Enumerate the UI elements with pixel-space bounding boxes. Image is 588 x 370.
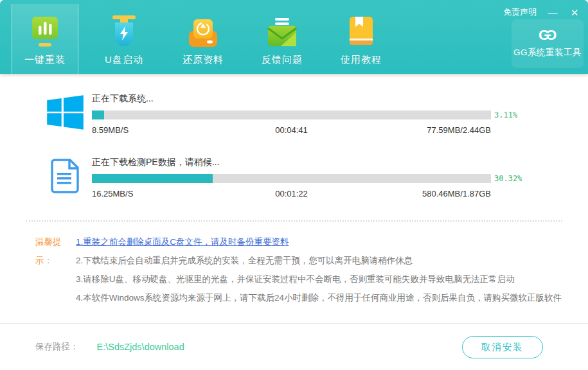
- download-size: 77.59MB/2.44GB: [358, 125, 491, 135]
- tip-item-auto-restart: 2.下载结束后会自动重启并完成系统的安装，全程无需干预，您可以离开电脑请稍作休息: [76, 251, 562, 270]
- save-path-value: E:\SdsZjds\download: [97, 342, 184, 352]
- close-button[interactable]: ✕: [569, 8, 580, 17]
- tab-one-key-reinstall[interactable]: 一键重装: [12, 4, 78, 74]
- tip-item-license: 4.本软件Windows系统资源均来源于网上，请下载后24小时删除，不得用于任何…: [76, 288, 562, 307]
- save-path-label: 保存路径：: [35, 341, 79, 353]
- mail-icon: [267, 10, 298, 48]
- document-icon: [47, 159, 84, 193]
- download-size: 580.46MB/1.87GB: [358, 189, 491, 198]
- download-section-system: 正在下载系统... 3.11% 8.59MB/S 00:04:41 77.59M…: [0, 93, 588, 135]
- windows-logo-icon: [47, 95, 84, 130]
- gg-logo-icon: GG: [539, 29, 557, 42]
- bar-chart-icon: [30, 10, 60, 48]
- titlebar-controls: 免责声明 — ✕: [503, 6, 580, 18]
- tab-feedback[interactable]: 反馈问题: [249, 4, 316, 74]
- header: 一键重装 U盘启动: [0, 0, 588, 74]
- tab-tutorial[interactable]: 使用教程: [328, 4, 395, 74]
- minimize-button[interactable]: —: [547, 8, 558, 17]
- tab-restore-data[interactable]: 还原资料: [170, 4, 236, 74]
- brand-panel: GG GG系统重装工具: [512, 19, 584, 68]
- tab-label: U盘启动: [105, 54, 143, 66]
- progress-percent: 30.32%: [494, 174, 530, 183]
- tip-item-backup-warning: 1.重装之前会删除桌面及C盘文件，请及时备份重要资料: [76, 233, 562, 251]
- tab-label: 使用教程: [341, 54, 382, 66]
- download-stats: 16.25MB/S 00:01:22 580.46MB/1.87GB: [92, 189, 491, 198]
- download-time: 00:04:41: [225, 125, 358, 135]
- main-nav: 一键重装 U盘启动: [12, 4, 407, 74]
- tab-label: 还原资料: [183, 54, 224, 66]
- tab-label: 反馈问题: [262, 54, 303, 66]
- progress-fill: [92, 110, 104, 119]
- book-icon: [348, 10, 375, 48]
- cancel-install-button[interactable]: 取消安装: [462, 336, 543, 358]
- progress-percent: 3.11%: [494, 110, 530, 119]
- app-window: 一键重装 U盘启动: [0, 0, 588, 370]
- progress-bar: [92, 174, 491, 183]
- usb-icon: [111, 10, 138, 48]
- progress-fill: [92, 174, 213, 183]
- disclaimer-link[interactable]: 免责声明: [503, 6, 537, 18]
- download-time: 00:01:22: [225, 189, 358, 198]
- download-title: 正在下载检测PE数据，请稍候...: [92, 157, 530, 168]
- tip-item-remove-usb: 3.请移除U盘、移动硬盘、光驱里的光盘，并保证安装过程中不会断电，否则重装可能失…: [76, 270, 562, 288]
- download-title: 正在下载系统...: [92, 93, 530, 105]
- footer-bar: 保存路径： E:\SdsZjds\download 取消安装: [0, 323, 588, 370]
- main-content: 正在下载系统... 3.11% 8.59MB/S 00:04:41 77.59M…: [0, 74, 588, 323]
- progress-bar: [92, 110, 491, 119]
- tab-usb-boot[interactable]: U盘启动: [91, 4, 157, 74]
- tips-label: 温馨提示：: [35, 233, 76, 307]
- tips-section: 温馨提示： 1.重装之前会删除桌面及C盘文件，请及时备份重要资料 2.下载结束后…: [0, 222, 588, 307]
- restore-box-icon: [188, 10, 218, 48]
- download-section-pe: 正在下载检测PE数据，请稍候... 30.32% 16.25MB/S 00:01…: [0, 157, 588, 198]
- brand-name: GG系统重装工具: [513, 47, 582, 58]
- download-speed: 16.25MB/S: [92, 189, 225, 198]
- download-stats: 8.59MB/S 00:04:41 77.59MB/2.44GB: [92, 125, 491, 135]
- download-speed: 8.59MB/S: [92, 125, 225, 135]
- tips-list: 1.重装之前会删除桌面及C盘文件，请及时备份重要资料 2.下载结束后会自动重启并…: [76, 233, 562, 307]
- tab-label: 一键重装: [24, 54, 66, 66]
